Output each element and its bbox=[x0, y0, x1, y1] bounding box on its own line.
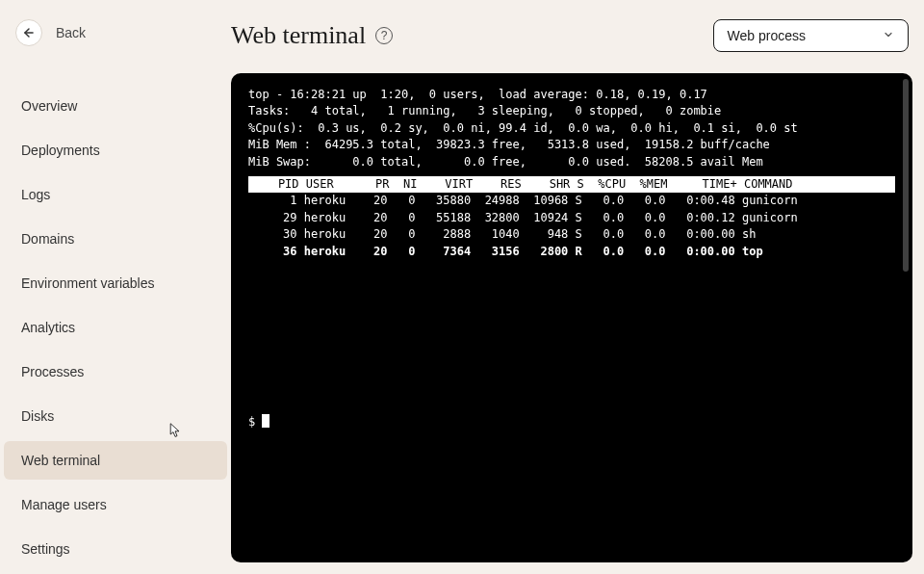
terminal-process-table: PID USER PR NI VIRT RES SHR S %CPU %MEM … bbox=[248, 176, 895, 260]
terminal-summary-line: %Cpu(s): 0.3 us, 0.2 sy, 0.0 ni, 99.4 id… bbox=[248, 120, 895, 137]
dropdown-selected-label: Web process bbox=[728, 28, 806, 43]
sidebar-item-web-terminal[interactable]: Web terminal bbox=[4, 441, 227, 480]
header-row: Web terminal ? Web process bbox=[231, 19, 912, 52]
terminal-table-row: 1 heroku 20 0 35880 24988 10968 S 0.0 0.… bbox=[248, 193, 895, 209]
sidebar-item-label: Analytics bbox=[21, 320, 75, 335]
sidebar-item-label: Settings bbox=[21, 541, 70, 557]
back-row: Back bbox=[0, 19, 231, 58]
terminal-prompt[interactable]: $ bbox=[248, 414, 895, 430]
sidebar-item-disks[interactable]: Disks bbox=[4, 397, 227, 435]
main-content: Web terminal ? Web process top - 16:28:2… bbox=[231, 0, 924, 574]
sidebar-item-environment-variables[interactable]: Environment variables bbox=[4, 264, 227, 302]
terminal-summary-line: top - 16:28:21 up 1:20, 0 users, load av… bbox=[248, 87, 895, 103]
terminal-table-row: 30 heroku 20 0 2888 1040 948 S 0.0 0.0 0… bbox=[248, 226, 895, 243]
page-title: Web terminal bbox=[231, 21, 366, 50]
sidebar-item-label: Logs bbox=[21, 187, 50, 202]
sidebar-item-overview[interactable]: Overview bbox=[4, 87, 227, 125]
sidebar-item-deployments[interactable]: Deployments bbox=[4, 131, 227, 170]
terminal-table-row: 36 heroku 20 0 7364 3156 2800 R 0.0 0.0 … bbox=[248, 244, 895, 260]
terminal-summary-line: Tasks: 4 total, 1 running, 3 sleeping, 0… bbox=[248, 103, 895, 119]
back-label[interactable]: Back bbox=[56, 25, 86, 40]
page-title-wrap: Web terminal ? bbox=[231, 21, 393, 50]
terminal-scrollbar[interactable] bbox=[903, 79, 909, 272]
sidebar-item-logs[interactable]: Logs bbox=[4, 175, 227, 214]
terminal-summary-line: MiB Swap: 0.0 total, 0.0 free, 0.0 used.… bbox=[248, 154, 895, 170]
back-button[interactable] bbox=[15, 19, 42, 46]
terminal[interactable]: top - 16:28:21 up 1:20, 0 users, load av… bbox=[231, 73, 912, 562]
sidebar-item-label: Processes bbox=[21, 364, 84, 379]
sidebar-item-label: Disks bbox=[21, 408, 54, 424]
help-icon[interactable]: ? bbox=[375, 27, 393, 44]
sidebar-item-label: Deployments bbox=[21, 143, 100, 158]
prompt-symbol: $ bbox=[248, 415, 262, 429]
sidebar: Back Overview Deployments Logs Domains E… bbox=[0, 0, 231, 574]
sidebar-item-label: Environment variables bbox=[21, 275, 155, 291]
process-dropdown[interactable]: Web process bbox=[713, 19, 909, 52]
terminal-table-row: 29 heroku 20 0 55188 32800 10924 S 0.0 0… bbox=[248, 210, 895, 226]
sidebar-item-processes[interactable]: Processes bbox=[4, 352, 227, 391]
terminal-cursor bbox=[262, 414, 270, 428]
terminal-summary-line: MiB Mem : 64295.3 total, 39823.3 free, 5… bbox=[248, 137, 895, 153]
sidebar-item-analytics[interactable]: Analytics bbox=[4, 308, 227, 347]
sidebar-item-label: Manage users bbox=[21, 497, 107, 512]
sidebar-item-domains[interactable]: Domains bbox=[4, 220, 227, 258]
arrow-left-icon bbox=[22, 26, 36, 39]
sidebar-item-label: Web terminal bbox=[21, 453, 100, 468]
sidebar-item-label: Domains bbox=[21, 231, 74, 247]
terminal-table-header: PID USER PR NI VIRT RES SHR S %CPU %MEM … bbox=[248, 176, 895, 193]
sidebar-item-label: Overview bbox=[21, 98, 77, 114]
sidebar-item-settings[interactable]: Settings bbox=[4, 530, 227, 568]
sidebar-item-manage-users[interactable]: Manage users bbox=[4, 485, 227, 524]
chevron-down-icon bbox=[883, 29, 894, 42]
